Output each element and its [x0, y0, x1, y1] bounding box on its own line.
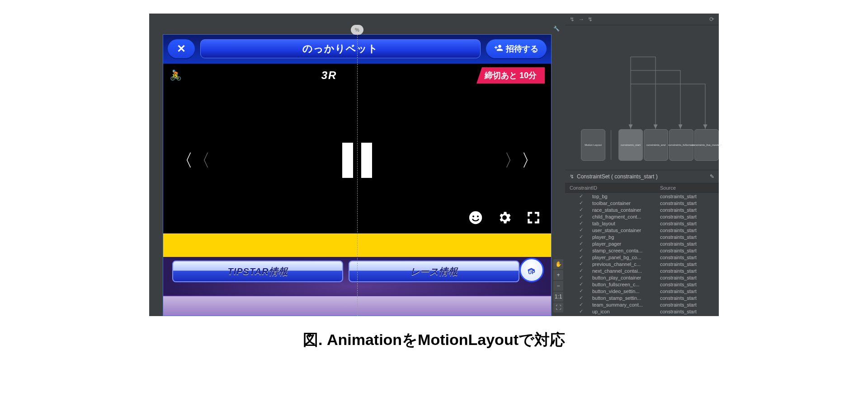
col-source: Source [660, 185, 714, 191]
fullscreen-button[interactable] [526, 210, 541, 227]
svg-point-1 [472, 215, 474, 217]
motion-layout-node[interactable]: Motion Layout [581, 129, 605, 161]
table-row[interactable]: ✓child_fragment_cont...constraints_start [565, 213, 719, 220]
table-row[interactable]: ✓previous_channel_c...constraints_start [565, 261, 719, 267]
table-row[interactable]: ✓player_pagerconstraints_start [565, 240, 719, 247]
constraint-source: constraints_start [660, 248, 714, 253]
edit-icon[interactable]: ✎ [710, 173, 714, 180]
table-row[interactable]: ✓tab_layoutconstraints_start [565, 220, 719, 227]
invite-label: 招待する [506, 43, 538, 54]
table-row[interactable]: ✓button_stamp_settin...constraints_start [565, 294, 719, 301]
create-transition-icon[interactable]: ↯ [570, 16, 575, 23]
chevron-right-icon: 〉 [504, 149, 521, 172]
constraint-id: next_channel_contai... [592, 268, 660, 274]
constraint-set-node-start[interactable]: constraints_start [618, 129, 643, 161]
table-row[interactable]: ✓button_video_settin...constraints_start [565, 288, 719, 294]
cyclist-icon: 🚴 [170, 70, 182, 81]
check-icon: ✓ [570, 220, 592, 226]
motion-layout-panel: ↯ → ↯ ⟳ Motion Layout constraints [565, 14, 719, 316]
constraint-table-header: Constraint ID Source [565, 183, 719, 193]
constraint-source: constraints_start [660, 302, 714, 308]
pause-bar-icon [342, 143, 353, 178]
video-settings-button[interactable] [497, 210, 512, 227]
percent-badge[interactable]: % [351, 25, 363, 35]
check-icon: ✓ [570, 254, 592, 260]
pause-bar-icon [361, 143, 372, 178]
layout-editor-canvas: % 🔧 ✕ のっかりベット 招待する 🚴 [149, 14, 565, 316]
svg-marker-3 [629, 125, 632, 128]
chevron-right-icon: 〉 [521, 149, 538, 172]
table-row[interactable]: ✓toolbar_containerconstraints_start [565, 200, 719, 206]
constraint-set-node-end[interactable]: constraints_end [644, 129, 668, 161]
check-icon: ✓ [570, 214, 592, 219]
constraint-source: constraints_start [660, 221, 714, 226]
table-row[interactable]: ✓stamp_screen_conta...constraints_start [565, 247, 719, 254]
table-row[interactable]: ✓next_channel_contai...constraints_start [565, 267, 719, 274]
check-icon: ✓ [570, 193, 592, 199]
constraint-source: constraints_start [660, 228, 714, 233]
pan-tool-button[interactable]: ✋ [553, 259, 563, 269]
constraint-source: constraints_start [660, 289, 714, 294]
tab-tipstar[interactable]: TIPSTAR情報 [172, 261, 343, 282]
constraint-table-body[interactable]: ✓top_bgconstraints_start✓toolbar_contain… [565, 193, 719, 316]
constraint-id: previous_channel_c... [592, 261, 660, 267]
table-row[interactable]: ✓player_panel_bg_co...constraints_start [565, 254, 719, 261]
wrench-icon[interactable]: 🔧 [553, 26, 560, 32]
constraint-source: constraints_start [660, 207, 714, 213]
constraint-set-node-live-movie[interactable]: constraints_live_movie_f [694, 129, 719, 161]
tab-race[interactable]: レース情報 [349, 261, 519, 282]
person-add-icon [494, 43, 503, 55]
previous-channel-button[interactable]: 〈〈 [176, 149, 210, 172]
page-title: のっかりベット [200, 39, 481, 58]
constraint-set-node-fullscreen[interactable]: constraints_fullscreen [669, 129, 693, 161]
table-row[interactable]: ✓button_fullscreen_c...constraints_start [565, 281, 719, 288]
cycle-icon[interactable]: ⟳ [709, 16, 714, 23]
tab-layout: TIPSTAR情報 レース情報 [172, 261, 519, 282]
constraint-source: constraints_start [660, 268, 714, 274]
table-row[interactable]: ✓up_iconconstraints_start [565, 308, 719, 315]
constraint-id: button_video_settin... [592, 289, 660, 294]
constraint-id: user_status_container [592, 228, 660, 233]
check-icon: ✓ [570, 275, 592, 280]
constraint-source: constraints_start [660, 234, 714, 240]
table-row[interactable]: ✓button_play_containerconstraints_start [565, 274, 719, 281]
motion-scene-graph[interactable]: Motion Layout constraints_start constrai… [565, 25, 719, 170]
constraint-source: constraints_start [660, 255, 714, 260]
next-channel-button[interactable]: 〉〉 [504, 149, 538, 172]
check-icon: ✓ [570, 268, 592, 274]
zoom-controls: ✋ + − 1:1 ⛶ [553, 259, 563, 312]
constraint-source: constraints_start [660, 282, 714, 287]
create-click-icon[interactable]: → [578, 16, 584, 23]
constraint-id: player_pager [592, 241, 660, 247]
zoom-full-button[interactable]: ⛶ [553, 303, 563, 312]
constraint-source: constraints_start [660, 275, 714, 280]
zoom-out-button[interactable]: − [553, 281, 563, 291]
constraint-id: player_bg [592, 234, 660, 240]
zoom-in-button[interactable]: + [553, 270, 563, 280]
check-icon: ✓ [570, 315, 592, 316]
check-icon: ✓ [570, 247, 592, 253]
check-icon: ✓ [570, 302, 592, 308]
table-row[interactable]: ✓user_status_containerconstraints_start [565, 227, 719, 233]
check-icon: ✓ [570, 261, 592, 267]
table-row[interactable]: ✓down_iconconstraints_start [565, 315, 719, 316]
constraint-source: constraints_start [660, 214, 714, 219]
constraint-set-header: ↯ ConstraintSet ( constraints_start ) ✎ [565, 170, 719, 183]
table-row[interactable]: ✓top_bgconstraints_start [565, 193, 719, 200]
table-row[interactable]: ✓player_bgconstraints_start [565, 233, 719, 240]
constraint-id: tab_layout [592, 221, 660, 226]
table-row[interactable]: ✓race_status_containerconstraints_start [565, 206, 719, 213]
check-icon: ✓ [570, 234, 592, 240]
close-button[interactable]: ✕ [168, 39, 195, 58]
constraint-id: button_stamp_settin... [592, 295, 660, 301]
up-button[interactable]: ︽ UP [519, 258, 544, 282]
chevron-left-icon: 〈 [193, 149, 210, 172]
create-swipe-icon[interactable]: ↯ [588, 16, 593, 23]
constraint-source: constraints_start [660, 295, 714, 301]
stamp-settings-button[interactable] [468, 210, 483, 227]
table-row[interactable]: ✓team_summary_cont...constraints_start [565, 301, 719, 308]
zoom-fit-button[interactable]: 1:1 [553, 292, 563, 302]
invite-button[interactable]: 招待する [486, 39, 547, 58]
svg-marker-6 [703, 125, 707, 128]
svg-point-2 [477, 215, 479, 217]
